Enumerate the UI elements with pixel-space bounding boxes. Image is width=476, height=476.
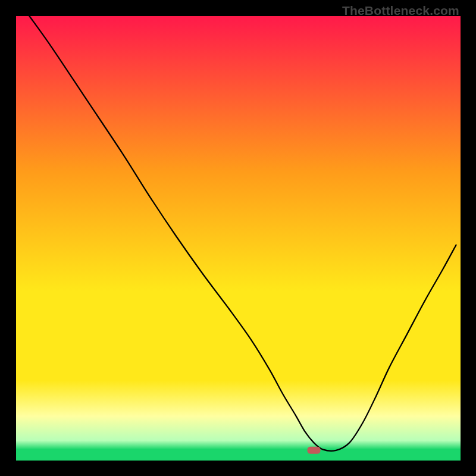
optimum-marker [307,447,320,454]
chart-frame: TheBottleneck.com [0,0,476,476]
gradient-background [16,16,461,461]
bottleneck-curve-chart [16,16,461,461]
plot-area [16,16,461,461]
